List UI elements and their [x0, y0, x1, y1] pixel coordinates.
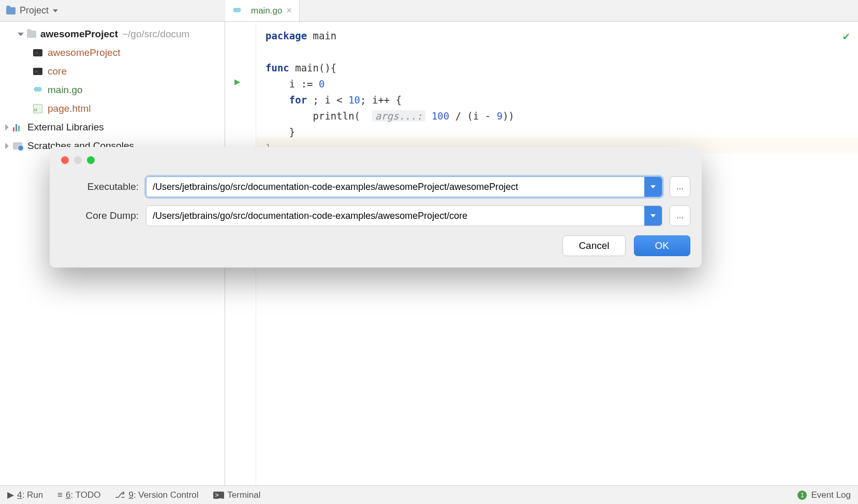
tree-item-core[interactable]: core [0, 62, 225, 81]
chevron-right-icon [5, 124, 9, 130]
project-root-name: awesomeProject [40, 28, 118, 40]
tree-item-label: page.html [48, 103, 91, 114]
tree-item-main-go[interactable]: main.go [0, 81, 225, 99]
svg-point-20 [235, 9, 236, 10]
binary-icon [33, 68, 42, 75]
executable-input[interactable] [146, 177, 644, 197]
coredump-combo[interactable] [146, 205, 662, 226]
library-icon [13, 123, 22, 131]
executable-browse-button[interactable]: ... [670, 176, 690, 197]
svg-point-14 [36, 89, 37, 90]
binary-icon [33, 49, 42, 56]
go-file-icon [33, 85, 42, 95]
run-gutter-icon[interactable]: ▶ [234, 73, 240, 90]
executable-row: Executable: ... [61, 176, 690, 197]
cancel-button[interactable]: Cancel [563, 235, 625, 256]
tool-terminal[interactable]: >_ Terminal [213, 490, 261, 500]
chevron-down-icon [18, 33, 24, 36]
bottom-bar: ▶ 4: Run ≡ 6: TODO ⎇ 9: Version Control … [0, 485, 858, 504]
tool-run[interactable]: ▶ 4: Run [7, 490, 43, 500]
tool-version-control[interactable]: ⎇ 9: Version Control [115, 490, 198, 500]
editor-tab-label: main.go [251, 6, 282, 16]
event-log[interactable]: 1 Event Log [797, 490, 851, 500]
play-icon: ▶ [7, 490, 14, 500]
executable-label: Executable: [61, 181, 139, 192]
code-line: package main [265, 28, 849, 44]
minimize-window-icon[interactable] [74, 156, 82, 164]
coredump-browse-button[interactable]: ... [670, 205, 690, 226]
tree-item-label: awesomeProject [48, 47, 120, 58]
code-line: for ; i < 10; i++ { [265, 92, 849, 108]
code-line [265, 44, 849, 60]
go-file-icon [232, 6, 242, 16]
external-libraries-label: External Libraries [27, 122, 104, 133]
dialog-buttons: Cancel OK [61, 235, 690, 256]
coredump-label: Core Dump: [61, 210, 139, 221]
chevron-down-icon [650, 214, 656, 217]
tool-todo[interactable]: ≡ 6: TODO [57, 490, 100, 500]
coredump-row: Core Dump: ... [61, 205, 690, 226]
executable-dropdown-button[interactable] [644, 177, 662, 197]
svg-point-15 [39, 89, 40, 90]
project-label: Project [20, 5, 49, 16]
svg-point-21 [238, 9, 239, 10]
tree-item-awesomeproject-bin[interactable]: awesomeProject [0, 43, 225, 62]
event-log-badge: 1 [797, 491, 807, 500]
editor-tabs: main.go × [225, 0, 858, 22]
list-icon: ≡ [57, 490, 63, 500]
folder-icon [6, 7, 16, 14]
tree-item-page-html[interactable]: H page.html [0, 99, 225, 118]
ok-button[interactable]: OK [634, 235, 690, 256]
event-log-label: Event Log [811, 490, 851, 500]
project-root[interactable]: awesomeProject ~/go/src/docum [0, 25, 225, 43]
folder-icon [27, 31, 36, 38]
chevron-down-icon [650, 185, 656, 188]
html-file-icon: H [33, 104, 42, 113]
terminal-icon: >_ [213, 492, 225, 499]
core-dump-dialog: Executable: ... Core Dump: ... Cancel OK [50, 147, 702, 268]
code-line: i := 0 [265, 76, 849, 92]
executable-combo[interactable] [146, 176, 662, 197]
project-root-path: ~/go/src/docum [122, 28, 189, 40]
project-selector[interactable]: Project [0, 0, 64, 21]
coredump-dropdown-button[interactable] [644, 206, 662, 226]
chevron-right-icon [5, 143, 9, 149]
chevron-down-icon [53, 9, 58, 12]
tree-item-label: core [48, 66, 67, 77]
code-line: println( args...: 100 / (i - 9)) [265, 108, 849, 124]
code-line: func main(){ [265, 60, 849, 76]
close-window-icon[interactable] [61, 156, 69, 164]
zoom-window-icon[interactable] [87, 156, 95, 164]
coredump-input[interactable] [146, 206, 644, 226]
editor-tab-main-go[interactable]: main.go × [225, 0, 300, 21]
close-icon[interactable]: × [286, 5, 292, 16]
scratch-icon [13, 142, 22, 150]
branch-icon: ⎇ [115, 490, 125, 500]
window-controls [61, 156, 690, 164]
tree-item-label: main.go [48, 84, 83, 96]
external-libraries[interactable]: External Libraries [0, 118, 225, 137]
